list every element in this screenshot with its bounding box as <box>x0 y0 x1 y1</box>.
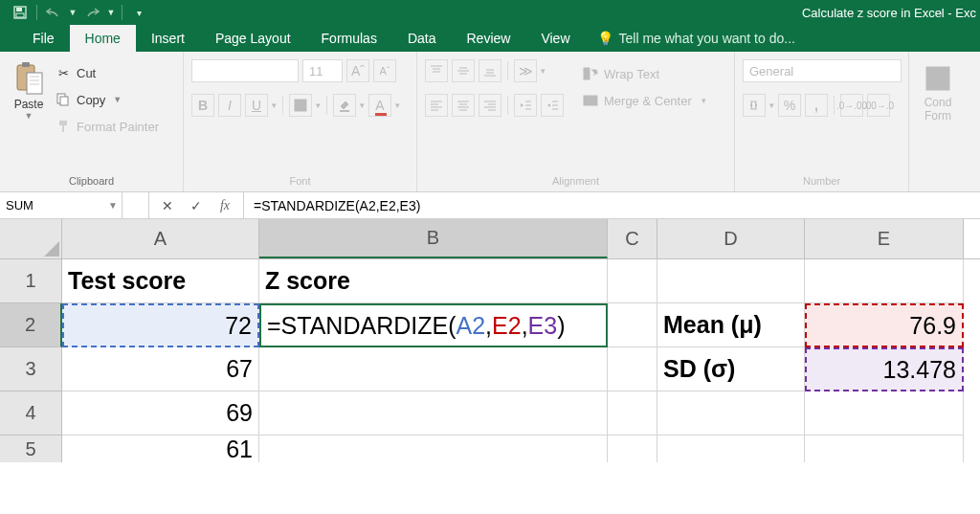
comma-icon[interactable]: , <box>805 94 828 117</box>
tab-page-layout[interactable]: Page Layout <box>200 25 306 52</box>
undo-icon[interactable] <box>43 2 64 23</box>
save-icon[interactable] <box>10 2 31 23</box>
ribbon-group-number: ▾ % , .0→.00 .00→.0 Number <box>735 52 909 191</box>
underline-button[interactable]: U <box>245 94 268 117</box>
format-painter-button[interactable]: Format Painter <box>56 115 159 138</box>
cancel-formula-button[interactable]: ✕ <box>153 192 182 219</box>
col-header-C[interactable]: C <box>608 219 657 258</box>
undo-dropdown-icon[interactable]: ▼ <box>68 2 78 23</box>
row-header-5[interactable]: 5 <box>0 436 62 462</box>
svg-rect-44 <box>584 96 597 105</box>
tab-insert[interactable]: Insert <box>136 25 200 52</box>
currency-icon[interactable] <box>743 94 766 117</box>
col-header-D[interactable]: D <box>657 219 805 258</box>
cell-A2[interactable]: 72 <box>62 303 259 347</box>
cell-E1[interactable] <box>805 259 964 303</box>
name-box-dropdown-icon[interactable]: ▼ <box>108 200 118 211</box>
merge-center-button[interactable]: Merge & Center ▾ <box>579 88 710 113</box>
cell-A5[interactable]: 61 <box>62 436 259 462</box>
align-left-icon[interactable] <box>425 94 448 117</box>
tab-home[interactable]: Home <box>70 25 136 52</box>
align-bottom-icon[interactable] <box>479 59 501 82</box>
ribbon-group-font: Aˆ Aˇ B I U ▾ ▾ ▾ A ▾ Font <box>184 52 417 191</box>
cell-B1[interactable]: Z score <box>259 259 608 303</box>
wrap-text-button[interactable]: Wrap Text <box>579 61 710 86</box>
enter-formula-button[interactable]: ✓ <box>182 192 211 219</box>
increase-indent-icon[interactable] <box>541 94 564 117</box>
fx-button[interactable]: fx <box>211 192 239 219</box>
align-right-icon[interactable] <box>479 94 501 117</box>
cell-E2[interactable]: 76.9 <box>805 303 964 347</box>
cell-B2[interactable]: =STANDARDIZE(A2,E2,E3) <box>259 303 608 347</box>
borders-icon[interactable] <box>289 94 312 117</box>
cell-A3[interactable]: 67 <box>62 347 259 391</box>
cut-button[interactable]: ✂ Cut <box>56 61 159 84</box>
decrease-font-icon[interactable]: Aˇ <box>373 59 396 82</box>
svg-rect-11 <box>59 121 67 125</box>
font-family-input[interactable] <box>191 59 299 82</box>
cell-E5[interactable] <box>805 436 964 462</box>
cell-C1[interactable] <box>608 259 657 303</box>
row-header-4[interactable]: 4 <box>0 391 62 436</box>
cell-D1[interactable] <box>657 259 805 303</box>
decrease-decimal-icon[interactable]: .00→.0 <box>867 94 890 117</box>
decrease-indent-icon[interactable] <box>514 94 537 117</box>
merge-icon <box>583 93 598 108</box>
paste-button[interactable]: Paste ▼ <box>8 57 50 138</box>
qat-customize-icon[interactable]: ▾ <box>128 2 149 23</box>
font-size-input[interactable] <box>302 59 343 82</box>
cell-C5[interactable] <box>608 436 657 462</box>
cell-C4[interactable] <box>608 391 657 436</box>
tab-data[interactable]: Data <box>392 25 452 52</box>
tab-view[interactable]: View <box>525 25 585 52</box>
row-header-3[interactable]: 3 <box>0 347 62 391</box>
row-header-1[interactable]: 1 <box>0 259 62 303</box>
increase-decimal-icon[interactable]: .0→.00 <box>840 94 863 117</box>
align-middle-icon[interactable] <box>452 59 475 82</box>
cell-D3[interactable]: SD (σ) <box>657 347 805 391</box>
cell-D5[interactable] <box>657 436 805 462</box>
align-center-icon[interactable] <box>452 94 475 117</box>
orientation-icon[interactable]: ≫ <box>514 59 537 82</box>
col-header-E[interactable]: E <box>805 219 964 258</box>
font-color-icon[interactable]: A <box>368 94 391 117</box>
select-all-corner[interactable] <box>0 219 62 258</box>
svg-rect-10 <box>60 97 68 105</box>
cell-D4[interactable] <box>657 391 805 436</box>
tell-me-search[interactable]: 💡 Tell me what you want to do... <box>586 25 807 52</box>
cell-E4[interactable] <box>805 391 964 436</box>
row-header-2[interactable]: 2 <box>0 303 62 347</box>
tab-formulas[interactable]: Formulas <box>306 25 392 52</box>
cell-B5[interactable] <box>259 436 608 462</box>
cell-C3[interactable] <box>608 347 657 391</box>
percent-icon[interactable]: % <box>778 94 801 117</box>
bold-button[interactable]: B <box>191 94 214 117</box>
formula-input[interactable]: =STANDARDIZE(A2,E2,E3) <box>244 192 980 218</box>
cell-A1[interactable]: Test score <box>62 259 259 303</box>
cell-C2[interactable] <box>608 303 657 347</box>
svg-rect-4 <box>22 62 30 67</box>
bulb-icon: 💡 <box>597 31 613 46</box>
tell-me-placeholder: Tell me what you want to do... <box>619 31 795 46</box>
increase-font-icon[interactable]: Aˆ <box>346 59 369 82</box>
name-box[interactable]: SUM ▼ <box>0 192 122 218</box>
italic-button[interactable]: I <box>218 94 241 117</box>
cell-E3[interactable]: 13.478 <box>805 347 964 391</box>
cell-B3[interactable] <box>259 347 608 391</box>
tab-review[interactable]: Review <box>452 25 526 52</box>
col-header-B[interactable]: B <box>259 219 608 258</box>
redo-icon[interactable] <box>81 2 102 23</box>
tab-file[interactable]: File <box>17 25 70 52</box>
cell-A4[interactable]: 69 <box>62 391 259 436</box>
ribbon-tabs: File Home Insert Page Layout Formulas Da… <box>0 25 980 52</box>
redo-dropdown-icon[interactable]: ▼ <box>106 2 116 23</box>
cell-D2[interactable]: Mean (μ) <box>657 303 805 347</box>
align-top-icon[interactable] <box>425 59 448 82</box>
format-painter-label: Format Painter <box>77 120 159 134</box>
svg-rect-1 <box>16 8 22 11</box>
number-format-select[interactable] <box>743 59 902 82</box>
copy-button[interactable]: Copy ▼ <box>56 88 159 111</box>
fill-color-icon[interactable] <box>333 94 356 117</box>
col-header-A[interactable]: A <box>62 219 259 258</box>
cell-B4[interactable] <box>259 391 608 436</box>
